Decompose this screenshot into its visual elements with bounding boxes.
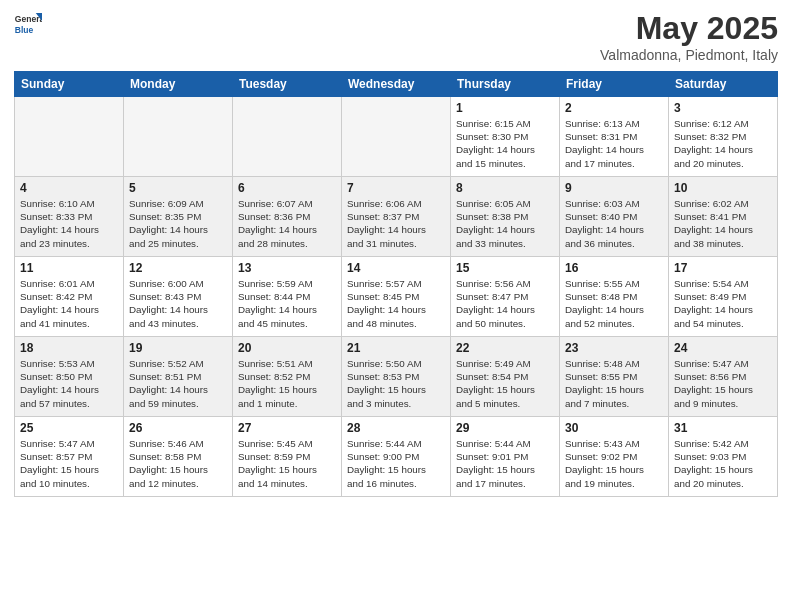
day-number: 28 — [347, 421, 445, 435]
header-sunday: Sunday — [15, 72, 124, 97]
day-info: Sunrise: 6:09 AM Sunset: 8:35 PM Dayligh… — [129, 197, 227, 250]
day-number: 30 — [565, 421, 663, 435]
day-info: Sunrise: 5:47 AM Sunset: 8:57 PM Dayligh… — [20, 437, 118, 490]
day-info: Sunrise: 5:49 AM Sunset: 8:54 PM Dayligh… — [456, 357, 554, 410]
svg-text:General: General — [15, 14, 42, 24]
calendar-week-3: 11Sunrise: 6:01 AM Sunset: 8:42 PM Dayli… — [15, 257, 778, 337]
header-tuesday: Tuesday — [233, 72, 342, 97]
header: General Blue May 2025 Valmadonna, Piedmo… — [14, 10, 778, 63]
day-info: Sunrise: 5:52 AM Sunset: 8:51 PM Dayligh… — [129, 357, 227, 410]
day-number: 1 — [456, 101, 554, 115]
logo: General Blue — [14, 10, 42, 38]
day-number: 12 — [129, 261, 227, 275]
calendar-week-5: 25Sunrise: 5:47 AM Sunset: 8:57 PM Dayli… — [15, 417, 778, 497]
calendar-cell: 26Sunrise: 5:46 AM Sunset: 8:58 PM Dayli… — [124, 417, 233, 497]
calendar-cell: 14Sunrise: 5:57 AM Sunset: 8:45 PM Dayli… — [342, 257, 451, 337]
calendar-cell: 31Sunrise: 5:42 AM Sunset: 9:03 PM Dayli… — [669, 417, 778, 497]
calendar-cell: 27Sunrise: 5:45 AM Sunset: 8:59 PM Dayli… — [233, 417, 342, 497]
day-number: 5 — [129, 181, 227, 195]
calendar-cell: 13Sunrise: 5:59 AM Sunset: 8:44 PM Dayli… — [233, 257, 342, 337]
header-wednesday: Wednesday — [342, 72, 451, 97]
day-info: Sunrise: 5:48 AM Sunset: 8:55 PM Dayligh… — [565, 357, 663, 410]
day-info: Sunrise: 5:59 AM Sunset: 8:44 PM Dayligh… — [238, 277, 336, 330]
day-number: 18 — [20, 341, 118, 355]
day-number: 13 — [238, 261, 336, 275]
calendar-cell: 24Sunrise: 5:47 AM Sunset: 8:56 PM Dayli… — [669, 337, 778, 417]
calendar-cell: 20Sunrise: 5:51 AM Sunset: 8:52 PM Dayli… — [233, 337, 342, 417]
calendar-cell: 18Sunrise: 5:53 AM Sunset: 8:50 PM Dayli… — [15, 337, 124, 417]
svg-text:Blue: Blue — [15, 25, 34, 35]
calendar-cell: 30Sunrise: 5:43 AM Sunset: 9:02 PM Dayli… — [560, 417, 669, 497]
calendar-cell: 15Sunrise: 5:56 AM Sunset: 8:47 PM Dayli… — [451, 257, 560, 337]
day-number: 7 — [347, 181, 445, 195]
day-info: Sunrise: 6:00 AM Sunset: 8:43 PM Dayligh… — [129, 277, 227, 330]
day-info: Sunrise: 5:46 AM Sunset: 8:58 PM Dayligh… — [129, 437, 227, 490]
day-number: 31 — [674, 421, 772, 435]
calendar-cell: 25Sunrise: 5:47 AM Sunset: 8:57 PM Dayli… — [15, 417, 124, 497]
calendar-cell: 4Sunrise: 6:10 AM Sunset: 8:33 PM Daylig… — [15, 177, 124, 257]
day-number: 9 — [565, 181, 663, 195]
day-number: 22 — [456, 341, 554, 355]
day-info: Sunrise: 5:56 AM Sunset: 8:47 PM Dayligh… — [456, 277, 554, 330]
day-info: Sunrise: 6:06 AM Sunset: 8:37 PM Dayligh… — [347, 197, 445, 250]
calendar-cell: 22Sunrise: 5:49 AM Sunset: 8:54 PM Dayli… — [451, 337, 560, 417]
day-number: 24 — [674, 341, 772, 355]
day-info: Sunrise: 6:02 AM Sunset: 8:41 PM Dayligh… — [674, 197, 772, 250]
calendar-cell: 17Sunrise: 5:54 AM Sunset: 8:49 PM Dayli… — [669, 257, 778, 337]
calendar-cell — [342, 97, 451, 177]
calendar: Sunday Monday Tuesday Wednesday Thursday… — [14, 71, 778, 497]
day-info: Sunrise: 6:01 AM Sunset: 8:42 PM Dayligh… — [20, 277, 118, 330]
location: Valmadonna, Piedmont, Italy — [600, 47, 778, 63]
calendar-cell — [124, 97, 233, 177]
calendar-cell: 11Sunrise: 6:01 AM Sunset: 8:42 PM Dayli… — [15, 257, 124, 337]
title-block: May 2025 Valmadonna, Piedmont, Italy — [600, 10, 778, 63]
day-info: Sunrise: 5:47 AM Sunset: 8:56 PM Dayligh… — [674, 357, 772, 410]
day-number: 2 — [565, 101, 663, 115]
calendar-cell: 6Sunrise: 6:07 AM Sunset: 8:36 PM Daylig… — [233, 177, 342, 257]
day-info: Sunrise: 5:50 AM Sunset: 8:53 PM Dayligh… — [347, 357, 445, 410]
day-info: Sunrise: 5:44 AM Sunset: 9:01 PM Dayligh… — [456, 437, 554, 490]
calendar-cell: 3Sunrise: 6:12 AM Sunset: 8:32 PM Daylig… — [669, 97, 778, 177]
day-info: Sunrise: 5:55 AM Sunset: 8:48 PM Dayligh… — [565, 277, 663, 330]
calendar-week-4: 18Sunrise: 5:53 AM Sunset: 8:50 PM Dayli… — [15, 337, 778, 417]
day-number: 21 — [347, 341, 445, 355]
day-info: Sunrise: 5:53 AM Sunset: 8:50 PM Dayligh… — [20, 357, 118, 410]
day-info: Sunrise: 6:12 AM Sunset: 8:32 PM Dayligh… — [674, 117, 772, 170]
calendar-cell: 5Sunrise: 6:09 AM Sunset: 8:35 PM Daylig… — [124, 177, 233, 257]
logo-icon: General Blue — [14, 10, 42, 38]
day-number: 23 — [565, 341, 663, 355]
calendar-cell: 29Sunrise: 5:44 AM Sunset: 9:01 PM Dayli… — [451, 417, 560, 497]
day-number: 27 — [238, 421, 336, 435]
calendar-cell: 16Sunrise: 5:55 AM Sunset: 8:48 PM Dayli… — [560, 257, 669, 337]
day-number: 4 — [20, 181, 118, 195]
day-number: 15 — [456, 261, 554, 275]
header-thursday: Thursday — [451, 72, 560, 97]
calendar-body: 1Sunrise: 6:15 AM Sunset: 8:30 PM Daylig… — [15, 97, 778, 497]
calendar-header-row: Sunday Monday Tuesday Wednesday Thursday… — [15, 72, 778, 97]
day-info: Sunrise: 5:51 AM Sunset: 8:52 PM Dayligh… — [238, 357, 336, 410]
calendar-cell: 19Sunrise: 5:52 AM Sunset: 8:51 PM Dayli… — [124, 337, 233, 417]
day-info: Sunrise: 6:10 AM Sunset: 8:33 PM Dayligh… — [20, 197, 118, 250]
day-info: Sunrise: 5:54 AM Sunset: 8:49 PM Dayligh… — [674, 277, 772, 330]
page: General Blue May 2025 Valmadonna, Piedmo… — [0, 0, 792, 612]
day-info: Sunrise: 5:43 AM Sunset: 9:02 PM Dayligh… — [565, 437, 663, 490]
day-number: 11 — [20, 261, 118, 275]
day-number: 6 — [238, 181, 336, 195]
calendar-cell: 8Sunrise: 6:05 AM Sunset: 8:38 PM Daylig… — [451, 177, 560, 257]
calendar-cell: 21Sunrise: 5:50 AM Sunset: 8:53 PM Dayli… — [342, 337, 451, 417]
calendar-cell: 2Sunrise: 6:13 AM Sunset: 8:31 PM Daylig… — [560, 97, 669, 177]
day-info: Sunrise: 5:57 AM Sunset: 8:45 PM Dayligh… — [347, 277, 445, 330]
day-number: 14 — [347, 261, 445, 275]
day-info: Sunrise: 6:03 AM Sunset: 8:40 PM Dayligh… — [565, 197, 663, 250]
calendar-cell: 28Sunrise: 5:44 AM Sunset: 9:00 PM Dayli… — [342, 417, 451, 497]
day-info: Sunrise: 5:45 AM Sunset: 8:59 PM Dayligh… — [238, 437, 336, 490]
day-number: 25 — [20, 421, 118, 435]
day-info: Sunrise: 6:15 AM Sunset: 8:30 PM Dayligh… — [456, 117, 554, 170]
day-number: 20 — [238, 341, 336, 355]
day-number: 16 — [565, 261, 663, 275]
header-monday: Monday — [124, 72, 233, 97]
calendar-cell — [15, 97, 124, 177]
day-number: 26 — [129, 421, 227, 435]
day-info: Sunrise: 5:44 AM Sunset: 9:00 PM Dayligh… — [347, 437, 445, 490]
day-info: Sunrise: 6:05 AM Sunset: 8:38 PM Dayligh… — [456, 197, 554, 250]
